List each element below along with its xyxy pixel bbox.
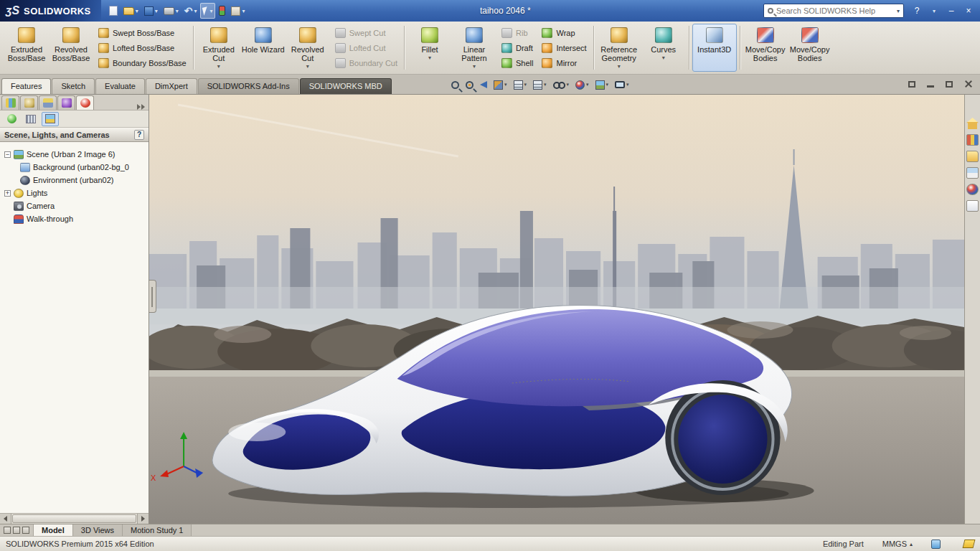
open-button[interactable]: ▾ [121, 3, 141, 19]
tree-node-background[interactable]: Background (urban02-bg_0 [1, 161, 147, 174]
close-button[interactable]: × [963, 5, 974, 17]
custom-properties-icon[interactable] [966, 200, 979, 212]
view-appearances-tab[interactable] [3, 112, 20, 126]
curves-button[interactable]: Curves ▾ [641, 24, 686, 72]
tab-sketch[interactable]: Sketch [52, 78, 95, 94]
save-button[interactable]: ▾ [142, 3, 160, 19]
scroll-left-button[interactable] [0, 514, 11, 524]
revolved-cut-button[interactable]: Revolved Cut ▾ [286, 24, 330, 72]
solidworks-resources-icon[interactable] [966, 118, 979, 129]
dimxpert-manager-tab[interactable] [57, 95, 75, 110]
tab-solidworks-mbd[interactable]: SOLIDWORKS MBD [300, 78, 392, 94]
property-manager-tab[interactable] [20, 95, 38, 110]
swept-cut-button[interactable]: Swept Cut [333, 27, 401, 39]
appearances-scenes-decals-icon[interactable] [966, 184, 979, 195]
tree-node-scene[interactable]: − Scene (Urban 2 Image 6) [1, 148, 147, 161]
instant3d-button[interactable]: Instant3D [692, 24, 737, 72]
tab-features[interactable]: Features [1, 78, 51, 94]
lofted-boss-base-button[interactable]: Lofted Boss/Base [96, 42, 190, 54]
help-button[interactable]: ? [911, 5, 923, 17]
view-settings-button[interactable]: ▾ [613, 77, 631, 92]
extruded-cut-button[interactable]: Extruded Cut ▾ [197, 24, 241, 72]
search-input[interactable] [776, 6, 894, 15]
draft-button[interactable]: Draft [499, 42, 537, 54]
panel-splitter-handle[interactable] [149, 280, 156, 313]
doc-close-icon[interactable] [964, 80, 973, 88]
mbd-indicator-icon[interactable] [931, 540, 941, 549]
rib-button[interactable]: Rib [499, 27, 537, 39]
tab-dimxpert[interactable]: DimXpert [146, 78, 197, 94]
help-dropdown-caret[interactable]: ▾ [928, 4, 940, 17]
scrollbar-thumb[interactable] [12, 514, 136, 523]
new-button[interactable] [107, 3, 120, 19]
extruded-boss-base-button[interactable]: Extruded Boss/Base [4, 24, 49, 72]
doc-cascade-icon[interactable] [908, 81, 915, 88]
tree-node-walkthrough[interactable]: Walk-through [1, 212, 147, 225]
tab-3d-views[interactable]: 3D Views [73, 524, 123, 536]
previous-view-button[interactable] [478, 77, 489, 92]
tab-evaluate[interactable]: Evaluate [95, 78, 145, 94]
fillet-button[interactable]: Fillet ▾ [407, 24, 452, 72]
feature-manager-tab[interactable] [1, 95, 19, 110]
move-copy-bodies-button[interactable]: Move/Copy Bodies [743, 24, 788, 72]
edit-appearance-button[interactable]: ▾ [573, 77, 591, 92]
undo-button[interactable]: ↶▾ [182, 3, 199, 19]
section-view-button[interactable]: ▾ [491, 77, 509, 92]
view-palette-icon[interactable] [966, 167, 979, 179]
options-button[interactable]: ▾ [229, 3, 247, 19]
tab-model[interactable]: Model [34, 524, 73, 536]
view-decals-tab[interactable] [22, 112, 39, 126]
linear-pattern-button[interactable]: Linear Pattern ▾ [452, 24, 496, 72]
move-copy-bodies-icon [757, 27, 774, 43]
lofted-cut-button[interactable]: Lofted Cut [333, 42, 401, 54]
panel-help-button[interactable]: ? [134, 130, 144, 140]
apply-scene-button[interactable]: ▾ [593, 77, 611, 92]
tab-motion-study-1[interactable]: Motion Study 1 [123, 524, 192, 536]
print-button[interactable]: ▾ [161, 3, 181, 19]
expander-plus-icon[interactable]: + [4, 190, 11, 197]
doc-restore-icon[interactable] [946, 81, 953, 88]
zoom-to-area-button[interactable] [463, 77, 476, 92]
tree-node-environment[interactable]: Environment (urban02) [1, 174, 147, 187]
select-button[interactable]: ▾ [200, 3, 215, 19]
tree-node-camera[interactable]: Camera [1, 199, 147, 212]
scroll-right-button[interactable] [137, 514, 149, 524]
units-selector[interactable]: MMGS ▴ [882, 540, 913, 548]
move-copy-bodies-button-2[interactable]: Move/Copy Bodies [788, 24, 832, 72]
apply-scene-icon [595, 80, 605, 90]
view-scene-lights-cameras-tab[interactable] [42, 112, 59, 126]
revolved-boss-base-button[interactable]: Revolved Boss/Base [49, 24, 93, 72]
boundary-boss-base-button[interactable]: Boundary Boss/Base [96, 57, 190, 69]
zoom-to-fit-button[interactable] [449, 77, 461, 92]
view-orientation-button[interactable]: ▾ [512, 77, 529, 92]
hole-wizard-button[interactable]: Hole Wizard [241, 24, 286, 72]
boundary-cut-button[interactable]: Boundary Cut [333, 57, 401, 69]
tab-solidworks-add-ins[interactable]: SOLIDWORKS Add-Ins [198, 78, 299, 94]
search-dropdown-caret[interactable]: ▾ [897, 8, 900, 14]
mirror-button[interactable]: Mirror [540, 57, 590, 69]
panel-horizontal-scrollbar[interactable] [0, 513, 149, 524]
swept-boss-base-button[interactable]: Swept Boss/Base [96, 27, 190, 39]
wrap-button[interactable]: Wrap [540, 27, 590, 39]
tab-scroll-left-icon[interactable] [13, 527, 20, 534]
hide-show-items-button[interactable]: ▾ [551, 77, 572, 92]
split-view-icon[interactable] [4, 527, 11, 534]
expander-minus-icon[interactable]: − [4, 151, 11, 158]
rebuild-button[interactable] [217, 3, 227, 19]
help-search-box[interactable]: ▾ [763, 4, 904, 18]
intersect-button[interactable]: Intersect [540, 42, 590, 54]
display-manager-tab[interactable] [76, 95, 94, 110]
reference-geometry-button[interactable]: Reference Geometry ▾ [597, 24, 641, 72]
display-style-button[interactable]: ▾ [531, 77, 549, 92]
viewport-3d[interactable]: X [149, 95, 964, 524]
tree-node-lights[interactable]: + Lights [1, 187, 147, 199]
shell-button[interactable]: Shell [499, 57, 537, 69]
minimize-button[interactable]: – [946, 5, 957, 17]
doc-minimize-icon[interactable] [927, 85, 934, 88]
tab-scroll-right-icon[interactable] [22, 527, 29, 534]
design-library-icon[interactable] [966, 134, 979, 146]
panel-flyout-control[interactable] [137, 104, 146, 110]
tag-icon[interactable] [963, 540, 976, 548]
configuration-manager-tab[interactable] [39, 95, 57, 110]
file-explorer-icon[interactable] [966, 151, 979, 162]
